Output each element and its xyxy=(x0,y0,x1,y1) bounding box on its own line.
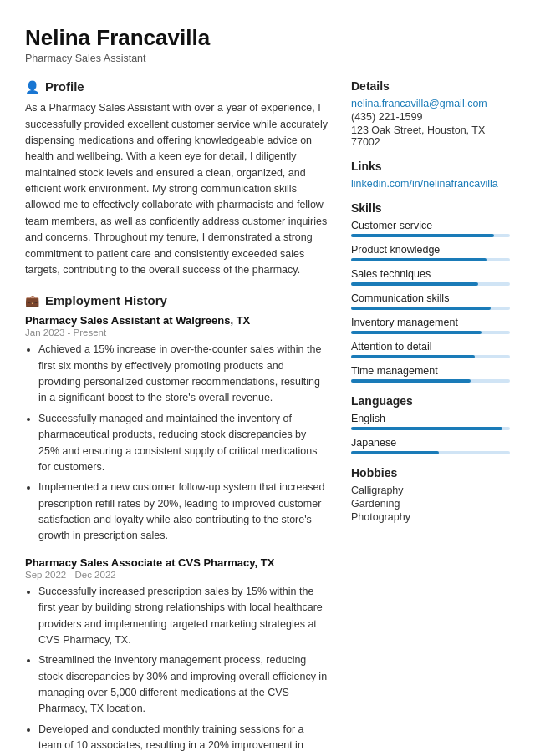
skill-bar-fill xyxy=(351,234,494,237)
skill-item: Sales techniques xyxy=(351,268,510,286)
language-label: English xyxy=(351,413,510,424)
hobbies-list: CalligraphyGardeningPhotography xyxy=(351,485,510,523)
language-label: Japanese xyxy=(351,437,510,449)
skill-label: Communication skills xyxy=(351,292,510,304)
skill-item: Time management xyxy=(351,365,510,383)
hobby-label: Photography xyxy=(351,511,510,523)
skill-item: Customer service xyxy=(351,220,510,237)
language-bar-bg xyxy=(351,427,510,430)
job-title-1: Pharmacy Sales Assistant at Walgreens, T… xyxy=(25,314,328,327)
languages-section: Languages English Japanese xyxy=(351,394,510,454)
skill-bar-bg xyxy=(351,307,510,310)
languages-section-title: Languages xyxy=(351,394,510,408)
skill-bar-fill xyxy=(351,379,471,383)
skill-bar-bg xyxy=(351,355,510,358)
skill-label: Time management xyxy=(351,365,510,377)
languages-list: English Japanese xyxy=(351,413,510,454)
bullet-1-1: Achieved a 15% increase in over-the-coun… xyxy=(38,342,328,407)
hobby-label: Gardening xyxy=(351,498,510,510)
address-text: 123 Oak Street, Houston, TX 77002 xyxy=(351,124,510,148)
profile-title: Profile xyxy=(45,79,84,94)
skills-section: Skills Customer service Product knowledg… xyxy=(351,201,510,383)
skill-bar-bg xyxy=(351,379,510,383)
details-section-title: Details xyxy=(351,79,510,93)
job-bullets-2: Successfully increased prescription sale… xyxy=(25,584,328,756)
skill-label: Product knowledge xyxy=(351,244,510,256)
skill-bar-fill xyxy=(351,258,487,261)
employment-icon: 💼 xyxy=(25,294,39,307)
employment-section-header: 💼 Employment History xyxy=(25,293,328,307)
job-item-1: Pharmacy Sales Assistant at Walgreens, T… xyxy=(25,314,328,545)
skill-item: Inventory management xyxy=(351,317,510,334)
language-item: English xyxy=(351,413,510,430)
skill-bar-fill xyxy=(351,331,482,334)
profile-text: As a Pharmacy Sales Assistant with over … xyxy=(25,100,328,278)
skill-bar-bg xyxy=(351,331,510,334)
skill-bar-bg xyxy=(351,282,510,286)
bullet-2-2: Streamlined the inventory management pro… xyxy=(38,652,328,718)
bullet-1-2: Successfully managed and maintained the … xyxy=(38,411,328,476)
job-title-2: Pharmacy Sales Associate at CVS Pharmacy… xyxy=(25,556,328,569)
hobby-label: Calligraphy xyxy=(351,485,510,496)
language-bar-bg xyxy=(351,451,510,454)
links-section: Links linkedin.com/in/nelinafrancavilla xyxy=(351,160,510,190)
candidate-subtitle: Pharmacy Sales Assistant xyxy=(25,53,510,64)
bullet-2-3: Developed and conducted monthly training… xyxy=(38,722,328,756)
skills-section-title: Skills xyxy=(351,201,510,215)
skills-list: Customer service Product knowledge Sales… xyxy=(351,220,510,383)
page: Nelina Francavilla Pharmacy Sales Assist… xyxy=(0,0,535,756)
left-column: 👤 Profile As a Pharmacy Sales Assistant … xyxy=(25,79,328,756)
job-date-1: Jan 2023 - Present xyxy=(25,327,328,337)
profile-section-header: 👤 Profile xyxy=(25,79,328,94)
skill-item: Communication skills xyxy=(351,292,510,310)
skill-bar-fill xyxy=(351,355,475,358)
skill-label: Sales techniques xyxy=(351,268,510,280)
skill-label: Inventory management xyxy=(351,317,510,328)
candidate-name: Nelina Francavilla xyxy=(25,25,510,51)
hobbies-section: Hobbies CalligraphyGardeningPhotography xyxy=(351,466,510,523)
bullet-1-3: Implemented a new customer follow-up sys… xyxy=(38,479,328,545)
right-column: Details nelina.francavilla@gmail.com (43… xyxy=(351,79,510,756)
language-bar-fill xyxy=(351,427,502,430)
skill-label: Customer service xyxy=(351,220,510,231)
employment-list: Pharmacy Sales Assistant at Walgreens, T… xyxy=(25,314,328,756)
bullet-2-1: Successfully increased prescription sale… xyxy=(38,584,328,649)
linkedin-link[interactable]: linkedin.com/in/nelinafrancavilla xyxy=(351,178,510,190)
skill-item: Attention to detail xyxy=(351,341,510,358)
hobbies-section-title: Hobbies xyxy=(351,466,510,479)
skill-item: Product knowledge xyxy=(351,244,510,261)
skill-bar-bg xyxy=(351,258,510,261)
links-section-title: Links xyxy=(351,160,510,173)
job-item-2: Pharmacy Sales Associate at CVS Pharmacy… xyxy=(25,556,328,756)
employment-title: Employment History xyxy=(45,293,167,307)
skill-bar-bg xyxy=(351,234,510,237)
email-link[interactable]: nelina.francavilla@gmail.com xyxy=(351,98,510,109)
header-section: Nelina Francavilla Pharmacy Sales Assist… xyxy=(25,25,510,64)
main-content: 👤 Profile As a Pharmacy Sales Assistant … xyxy=(25,79,510,756)
language-bar-fill xyxy=(351,451,439,454)
skill-bar-fill xyxy=(351,282,478,286)
profile-icon: 👤 xyxy=(25,80,39,94)
job-date-2: Sep 2022 - Dec 2022 xyxy=(25,570,328,580)
phone-text: (435) 221-1599 xyxy=(351,111,510,123)
skill-bar-fill xyxy=(351,307,491,310)
job-bullets-1: Achieved a 15% increase in over-the-coun… xyxy=(25,342,328,545)
details-section: Details nelina.francavilla@gmail.com (43… xyxy=(351,79,510,148)
language-item: Japanese xyxy=(351,437,510,454)
skill-label: Attention to detail xyxy=(351,341,510,353)
